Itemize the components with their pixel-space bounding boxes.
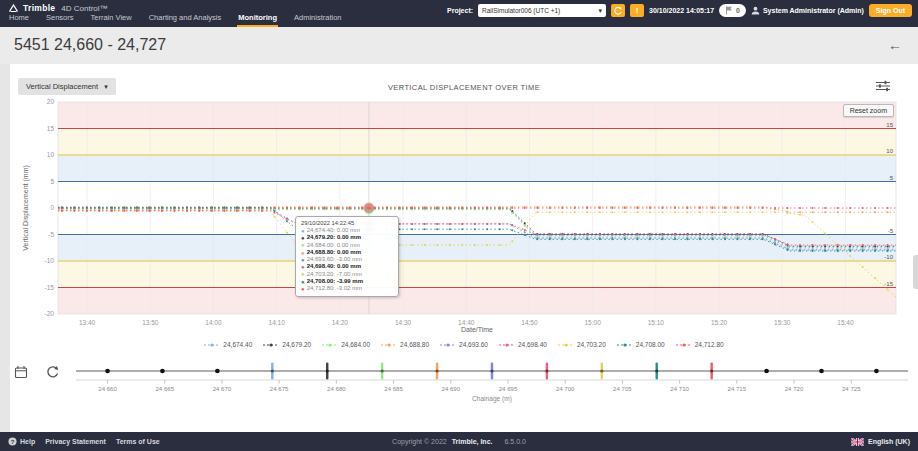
legend-line-icon <box>322 342 338 348</box>
nav-item-monitoring[interactable]: Monitoring <box>237 11 278 27</box>
chart-legend: 24,674.4024,679.2024,684.0024,688.8024,6… <box>10 341 918 348</box>
chainage-point[interactable] <box>160 369 165 374</box>
tooltip-row: ●24,688.80: 0.00 mm <box>301 249 393 256</box>
nav-item-charting-and-analysis[interactable]: Charting and Analysis <box>148 11 223 27</box>
legend-item[interactable]: 24,703.20 <box>558 341 606 348</box>
refresh-button[interactable] <box>611 4 625 17</box>
svg-text:10: 10 <box>47 151 55 158</box>
reset-zoom-button[interactable]: Reset zoom <box>843 104 894 117</box>
legend-line-icon <box>440 342 456 348</box>
user-menu[interactable]: System Administrator (Admin) <box>751 6 864 15</box>
app-window: Trimble 4D Control™ HomeSensorsTerrain V… <box>0 0 918 451</box>
svg-text:13:50: 13:50 <box>142 319 159 326</box>
alert-button[interactable]: ! <box>630 4 644 17</box>
project-select[interactable]: RailSimulator006 (UTC +1) ▾ <box>478 4 606 17</box>
chainage-axis[interactable]: 24 66024 66524 67024 67524 68024 68524 6… <box>74 359 912 405</box>
alarm-counter[interactable]: 0 <box>719 4 746 17</box>
svg-text:14:30: 14:30 <box>395 319 412 326</box>
svg-text:-20: -20 <box>45 310 55 317</box>
nav-item-sensors[interactable]: Sensors <box>45 11 75 27</box>
legend-item[interactable]: 24,693.60 <box>440 341 488 348</box>
legend-item[interactable]: 24,708.00 <box>617 341 665 348</box>
user-icon <box>751 6 760 15</box>
legend-item[interactable]: 24,698.40 <box>499 341 547 348</box>
series-bullet-icon: ● <box>301 271 305 277</box>
chainage-point[interactable] <box>764 369 769 374</box>
series-bullet-icon: ● <box>301 242 305 248</box>
svg-text:-5: -5 <box>48 231 54 238</box>
tooltip-row: ●24,698.40: 0.00 mm <box>301 263 393 270</box>
right-panel-handle[interactable] <box>913 255 918 289</box>
refresh-chainage-button[interactable] <box>45 364 61 383</box>
tooltip-row: ●24,703.20: -7.00 mm <box>301 271 393 278</box>
svg-text:-15: -15 <box>884 281 893 287</box>
nav-item-home[interactable]: Home <box>8 11 30 27</box>
svg-text:15:20: 15:20 <box>711 319 728 326</box>
svg-text:24 670: 24 670 <box>213 386 232 392</box>
svg-text:Chainage (m): Chainage (m) <box>472 396 512 404</box>
nav-item-terrain-view[interactable]: Terrain View <box>90 11 133 27</box>
svg-text:14:10: 14:10 <box>269 319 286 326</box>
legend-line-icon <box>617 342 633 348</box>
footer-link-privacy-statement[interactable]: Privacy Statement <box>45 438 106 445</box>
footer-link-help[interactable]: ?Help <box>8 437 35 446</box>
sign-out-button[interactable]: Sign Out <box>869 4 912 17</box>
legend-item[interactable]: 24,674.40 <box>204 341 252 348</box>
legend-item[interactable]: 24,679.20 <box>263 341 311 348</box>
svg-text:14:20: 14:20 <box>332 319 349 326</box>
chart-settings-button[interactable] <box>874 78 892 97</box>
svg-text:14:00: 14:00 <box>205 319 222 326</box>
chainage-marker[interactable] <box>545 363 548 380</box>
chart-title: VERTICAL DISPLACEMENT OVER TIME <box>10 83 918 92</box>
chainage-marker[interactable] <box>490 363 493 380</box>
chainage-marker[interactable] <box>600 363 603 380</box>
svg-text:24 700: 24 700 <box>556 386 575 392</box>
svg-text:15: 15 <box>886 122 893 128</box>
series-bullet-icon: ● <box>301 228 305 234</box>
project-label: Project: <box>447 7 473 14</box>
main-chart[interactable]: 13:4013:5014:0014:1014:2014:3014:4014:50… <box>18 98 908 338</box>
chainage-marker[interactable] <box>655 363 658 380</box>
chainage-marker[interactable] <box>326 363 329 380</box>
back-arrow-button[interactable]: ← <box>888 37 902 53</box>
svg-text:24 685: 24 685 <box>384 386 403 392</box>
series-bullet-icon: ● <box>301 279 305 285</box>
subheader: 5451 24,660 - 24,727 ← <box>0 27 918 64</box>
legend-line-icon <box>676 342 692 348</box>
chainage-point[interactable] <box>874 369 879 374</box>
legend-line-icon <box>381 342 397 348</box>
legend-item[interactable]: 24,688.80 <box>381 341 429 348</box>
series-bullet-icon: ● <box>301 257 305 263</box>
footer-link-terms-of-use[interactable]: Terms of Use <box>116 438 160 445</box>
chainage-point[interactable] <box>105 369 110 374</box>
chainage-point[interactable] <box>215 369 220 374</box>
svg-text:15:30: 15:30 <box>774 319 791 326</box>
help-icon: ? <box>8 437 17 446</box>
svg-text:Vertical Displacement (mm): Vertical Displacement (mm) <box>22 165 30 251</box>
calendar-button[interactable] <box>13 364 29 383</box>
tooltip-row: ●24,712.80: -3.02 mm <box>301 285 393 292</box>
svg-text:13:40: 13:40 <box>79 319 96 326</box>
svg-text:14:50: 14:50 <box>521 319 538 326</box>
language-selector[interactable]: English (UK) <box>851 438 910 446</box>
legend-item[interactable]: 24,684.00 <box>322 341 370 348</box>
svg-text:14:40: 14:40 <box>458 319 475 326</box>
chainage-marker[interactable] <box>435 363 438 380</box>
uk-flag-icon <box>851 438 864 446</box>
chainage-marker[interactable] <box>271 363 274 380</box>
chainage-marker[interactable] <box>381 363 384 380</box>
legend-item[interactable]: 24,712.80 <box>676 341 724 348</box>
legend-line-icon <box>204 342 220 348</box>
chainage-marker[interactable] <box>710 363 713 380</box>
svg-text:24 695: 24 695 <box>499 386 518 392</box>
tooltip-row: ●24,684.00: 0.00 mm <box>301 242 393 249</box>
top-navbar: Trimble 4D Control™ HomeSensorsTerrain V… <box>0 0 918 27</box>
chainage-point[interactable] <box>819 369 824 374</box>
refresh-icon <box>613 6 623 16</box>
svg-text:15: 15 <box>47 125 55 132</box>
svg-text:24 710: 24 710 <box>670 386 689 392</box>
svg-text:24 705: 24 705 <box>613 386 632 392</box>
user-name: System Administrator (Admin) <box>763 7 864 14</box>
series-bullet-icon: ● <box>301 264 305 270</box>
nav-item-administration[interactable]: Administration <box>293 11 343 27</box>
